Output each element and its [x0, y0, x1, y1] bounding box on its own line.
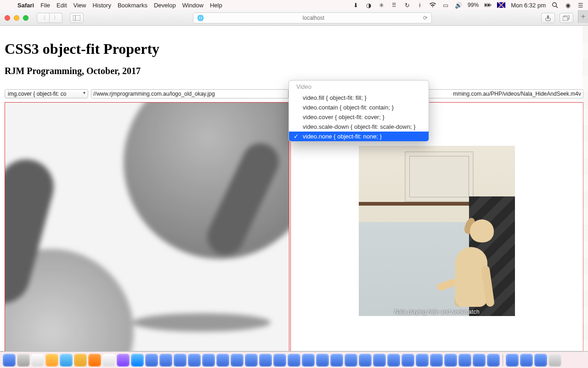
dock-app[interactable]: [416, 354, 429, 367]
svg-point-3: [553, 3, 557, 7]
dock-app[interactable]: [473, 354, 486, 367]
page-subtitle: RJM Programming, October, 2017: [5, 66, 583, 76]
dock-app[interactable]: [117, 354, 130, 367]
img-objectfit-select[interactable]: [5, 89, 88, 98]
menu-extra-icon[interactable]: ⠿: [390, 1, 398, 9]
app-name[interactable]: Safari: [17, 2, 34, 9]
menu-edit[interactable]: Edit: [57, 2, 67, 9]
menu-file[interactable]: File: [40, 2, 50, 9]
dock-app[interactable]: [17, 354, 30, 367]
address-bar[interactable]: 🌐 localhost ⟳: [193, 12, 432, 23]
dock-app[interactable]: [373, 354, 386, 367]
svg-line-4: [556, 6, 558, 8]
dock-app[interactable]: [145, 354, 158, 367]
menu-help[interactable]: Help: [210, 2, 222, 9]
video-caption: Nala playing hide and seek/catch: [359, 309, 515, 315]
dock-app[interactable]: [430, 354, 443, 367]
dock-app[interactable]: [534, 354, 547, 367]
sidebar-toggle-button[interactable]: [70, 13, 84, 23]
dock-separator: [503, 354, 503, 366]
dock-app[interactable]: [316, 354, 329, 367]
close-window-button[interactable]: [5, 15, 10, 21]
spotlight-icon[interactable]: [551, 1, 559, 9]
dropdown-option[interactable]: video.scale-down { object-fit: scale-dow…: [289, 122, 429, 132]
dock-app[interactable]: [45, 354, 58, 367]
dock-app[interactable]: [387, 354, 400, 367]
forward-button[interactable]: 〉: [50, 13, 62, 23]
tabs-button[interactable]: [560, 13, 573, 23]
input-flag-icon[interactable]: [497, 2, 505, 8]
image-panel: [5, 102, 289, 351]
wifi-icon[interactable]: [429, 1, 436, 9]
battery-icon[interactable]: [484, 1, 492, 9]
menu-bookmarks[interactable]: Bookmarks: [118, 2, 147, 9]
menu-window[interactable]: Window: [182, 2, 204, 9]
dock-trash[interactable]: [548, 354, 561, 367]
dock-app[interactable]: [245, 354, 258, 367]
dock-app[interactable]: [88, 354, 101, 367]
bluetooth-icon[interactable]: ᚼ: [416, 1, 424, 9]
dock-app[interactable]: [174, 354, 187, 367]
dock-app[interactable]: [188, 354, 201, 367]
siri-icon[interactable]: ◉: [564, 1, 571, 9]
dock-app[interactable]: [458, 354, 471, 367]
svg-rect-9: [563, 17, 568, 21]
demo-video[interactable]: Nala playing hide and seek/catch: [359, 146, 515, 316]
dock-app[interactable]: [31, 354, 44, 367]
dock-app[interactable]: [259, 354, 272, 367]
dock-app[interactable]: [159, 354, 172, 367]
new-tab-button[interactable]: +: [578, 10, 588, 23]
menu-extra-icon[interactable]: ◑: [365, 1, 372, 9]
volume-icon[interactable]: 🔊: [455, 1, 462, 9]
dock-app[interactable]: [3, 354, 16, 367]
menu-develop[interactable]: Develop: [154, 2, 176, 9]
dock-app[interactable]: [131, 354, 144, 367]
dock-app[interactable]: [202, 354, 215, 367]
background-window-edge: [582, 26, 588, 357]
clock[interactable]: Mon 6:32 pm: [511, 2, 546, 9]
dropdown-option-selected[interactable]: video.none { object-fit: none; }: [289, 132, 429, 141]
back-button[interactable]: 〈: [37, 13, 50, 23]
timemachine-icon[interactable]: ↻: [403, 1, 411, 9]
download-icon[interactable]: ⬇︎: [352, 1, 359, 9]
dock-app[interactable]: [288, 354, 300, 367]
dock-app[interactable]: [231, 354, 243, 367]
dock-app[interactable]: [520, 354, 533, 367]
video-objectfit-dropdown[interactable]: Video video.fill { object-fit: fill; } v…: [288, 80, 429, 142]
macos-menubar: Safari File Edit View History Bookmarks …: [0, 0, 588, 10]
dock-app[interactable]: [74, 354, 87, 367]
apple-menu-icon[interactable]: [4, 1, 11, 9]
window-controls: [5, 15, 28, 21]
safari-toolbar: 〈 〉 🌐 localhost ⟳ +: [0, 10, 588, 26]
fullscreen-window-button[interactable]: [23, 15, 28, 21]
site-info-icon[interactable]: 🌐: [197, 15, 204, 21]
dropdown-option[interactable]: video.fill { object-fit: fill; }: [289, 93, 429, 103]
dropdown-option[interactable]: video.contain { object-fit: contain; }: [289, 103, 429, 112]
dock-app[interactable]: [60, 354, 73, 367]
display-icon[interactable]: ▭: [442, 1, 449, 9]
dock-app[interactable]: [359, 354, 372, 367]
img-url-input[interactable]: [91, 89, 288, 98]
dock-app[interactable]: [102, 354, 115, 367]
safari-window: 〈 〉 🌐 localhost ⟳ + CSS3 object-fit Prop…: [0, 10, 588, 351]
dropdown-option[interactable]: video.cover { object-fit: cover; }: [289, 112, 429, 122]
dock-app[interactable]: [302, 354, 315, 367]
dock-app[interactable]: [216, 354, 229, 367]
dock-app[interactable]: [330, 354, 343, 367]
dock-app[interactable]: [487, 354, 500, 367]
dock-app[interactable]: [506, 354, 519, 367]
dock-app[interactable]: [273, 354, 286, 367]
svg-rect-5: [73, 15, 80, 21]
reload-icon[interactable]: ⟳: [423, 15, 428, 21]
dock-app[interactable]: [401, 354, 414, 367]
menu-view[interactable]: View: [74, 2, 86, 9]
minimize-window-button[interactable]: [14, 15, 19, 21]
page-title: CSS3 object-fit Property: [5, 40, 583, 58]
demo-image: [5, 103, 289, 351]
menu-extra-icon[interactable]: ✳︎: [378, 1, 385, 9]
dock-app[interactable]: [345, 354, 357, 367]
share-button[interactable]: [541, 13, 555, 23]
notification-center-icon[interactable]: ☰: [577, 1, 584, 9]
dock-app[interactable]: [444, 354, 457, 367]
menu-history[interactable]: History: [92, 2, 111, 9]
